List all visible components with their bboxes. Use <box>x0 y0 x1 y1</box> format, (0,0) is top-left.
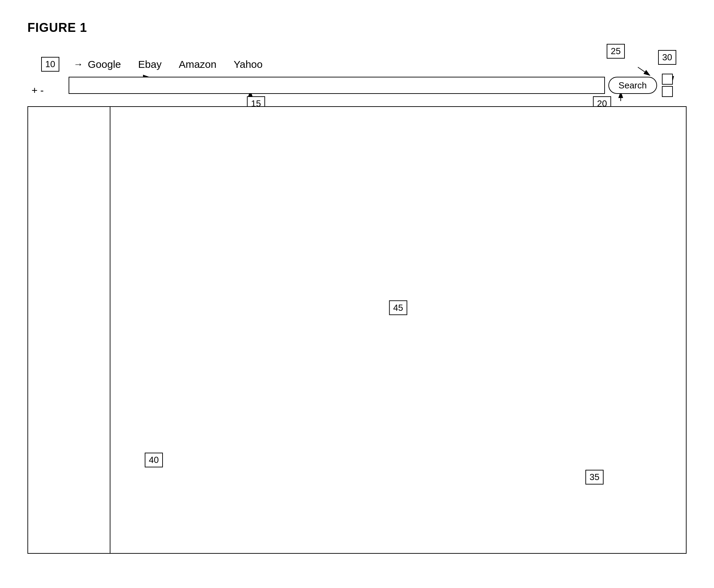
tab-yahoo[interactable]: Yahoo <box>234 59 263 70</box>
figure-title: FIGURE 1 <box>27 21 87 35</box>
browser-window: + - 45 40 35 <box>27 106 687 554</box>
label-30-box: 30 <box>658 50 676 65</box>
square-bottom <box>662 86 673 97</box>
tab-amazon[interactable]: Amazon <box>179 59 216 70</box>
search-button[interactable]: Search <box>608 77 657 94</box>
label-25-box: 25 <box>607 44 625 59</box>
zoom-minus[interactable]: - <box>40 85 44 96</box>
arrow-10-to-tabs: → <box>73 59 83 70</box>
label-10-box: 10 <box>41 57 59 72</box>
nav-tabs[interactable]: Google Ebay Amazon Yahoo <box>88 59 263 70</box>
tab-ebay[interactable]: Ebay <box>138 59 162 70</box>
browser-controls-squares <box>660 74 673 97</box>
address-bar-row: Search 20 15 <box>69 75 673 96</box>
main-content: 45 40 35 <box>110 107 686 553</box>
label-35-box: 35 <box>585 470 604 485</box>
zoom-plus[interactable]: + <box>32 85 38 96</box>
sidebar-controls: + - <box>32 85 44 96</box>
label-45-box: 45 <box>389 300 407 315</box>
square-top <box>662 74 673 85</box>
tab-google[interactable]: Google <box>88 59 121 70</box>
browser-chrome: 10 → Google Ebay Amazon Yahoo 25 30 Sear… <box>69 55 673 96</box>
address-bar-input[interactable] <box>69 77 605 94</box>
browser-tabs-row: 10 → Google Ebay Amazon Yahoo 25 30 <box>69 55 673 74</box>
sidebar-panel: + - <box>28 107 110 553</box>
label-40-box: 40 <box>145 453 163 467</box>
